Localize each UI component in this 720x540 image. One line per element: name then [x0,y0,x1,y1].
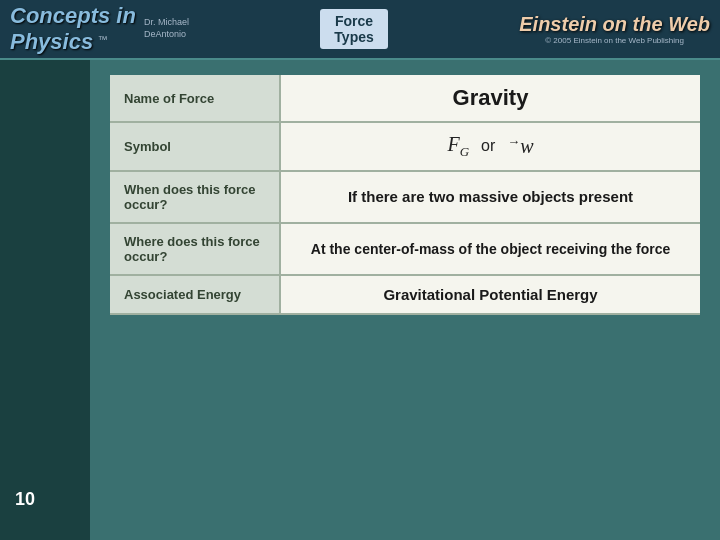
symbol-w: →w [507,134,533,158]
main-content: 10 Name of Force Gravity Symbol FG or [0,60,720,540]
value-associated-energy: Gravitational Potential Energy [280,275,700,314]
value-name-of-force: Gravity [280,75,700,122]
f-symbol: F [447,133,459,155]
label-associated-energy: Associated Energy [110,275,280,314]
logo-text: Concepts inPhysics [10,3,136,54]
label-where: Where does this force occur? [110,223,280,275]
symbol-fg: FG [447,133,469,160]
sidebar: 10 [0,60,90,540]
table-row-symbol: Symbol FG or →w [110,122,700,171]
page-number: 10 [15,489,35,510]
header-left: Concepts inPhysics ™ Dr. Michael DeAnton… [10,3,189,55]
einstein-copyright: © 2005 Einstein on the Web Publishing [519,36,710,45]
w-arrow: → [507,134,520,149]
author-info: Dr. Michael DeAntonio [144,17,189,40]
header-title-box: Force Types [320,9,387,49]
label-name-of-force: Name of Force [110,75,280,122]
table-row-name: Name of Force Gravity [110,75,700,122]
header-right: Einstein on the Web © 2005 Einstein on t… [519,13,710,45]
value-symbol: FG or →w [280,122,700,171]
force-types-title: Force Types [334,13,373,45]
header: Concepts inPhysics ™ Dr. Michael DeAnton… [0,0,720,60]
table-row-where: Where does this force occur? At the cent… [110,223,700,275]
value-when: If there are two massive objects present [280,171,700,223]
logo-tm: ™ [98,34,108,45]
table-row-energy: Associated Energy Gravitational Potentia… [110,275,700,314]
label-when: When does this force occur? [110,171,280,223]
logo-concepts: Concepts inPhysics ™ [10,3,136,55]
info-table: Name of Force Gravity Symbol FG or →w [110,75,700,315]
symbol-display: FG or →w [295,133,686,160]
table-row-when: When does this force occur? If there are… [110,171,700,223]
or-separator: or [481,137,495,155]
g-subscript: G [460,144,469,159]
value-where: At the center-of-mass of the object rece… [280,223,700,275]
einstein-branding: Einstein on the Web © 2005 Einstein on t… [519,13,710,45]
label-symbol: Symbol [110,122,280,171]
einstein-logo-text: Einstein on the Web [519,13,710,36]
w-symbol: w [520,135,533,157]
content-panel: Name of Force Gravity Symbol FG or →w [90,60,720,540]
